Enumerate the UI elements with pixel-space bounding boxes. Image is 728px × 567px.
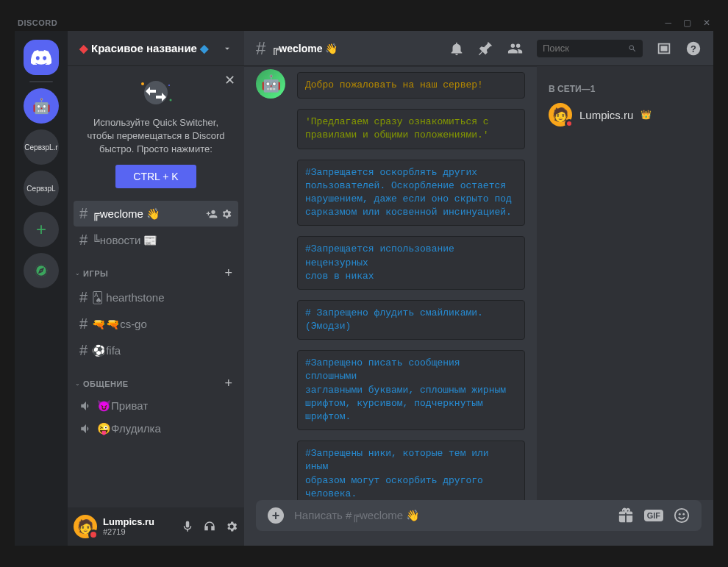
sidebar: ◆ Красивое название ◆ ✕ Используйте Quic…	[68, 31, 244, 546]
avatar: 🧑	[549, 103, 572, 126]
server-title: ◆ Красивое название ◆	[79, 42, 222, 55]
code-block: #Запрещается оскорблять других пользоват…	[297, 160, 525, 227]
svg-point-2	[141, 82, 144, 85]
header-toolbar: ?	[449, 40, 702, 57]
minimize-button[interactable]: ─	[665, 18, 671, 28]
emoji-icon[interactable]	[674, 507, 690, 524]
channel-label: 😜Флудилка	[97, 422, 232, 435]
deafen-button[interactable]	[203, 520, 216, 533]
main: # ╔weclome 👋 ? 🤖Добро пожаловать на	[244, 31, 713, 546]
gear-icon[interactable]	[221, 208, 232, 220]
inbox-icon[interactable]	[656, 40, 672, 57]
quick-switcher-text: Используйте Quick Switcher, чтобы переме…	[79, 116, 232, 156]
server-robot[interactable]: 🤖	[24, 88, 59, 124]
channel-actions	[206, 208, 232, 220]
voice-private[interactable]: 😈Приват	[74, 395, 238, 417]
close-icon[interactable]: ✕	[224, 72, 235, 88]
channel-hearthstone[interactable]: # 🂡 hearthstone	[74, 285, 238, 310]
chat-title: # ╔weclome 👋	[256, 38, 443, 59]
gift-icon[interactable]	[618, 507, 634, 524]
hash-icon: #	[79, 205, 88, 222]
help-icon[interactable]: ?	[685, 40, 702, 57]
app-brand: DISCORD	[18, 18, 57, 27]
channel-news[interactable]: # ╚новости 📰	[74, 227, 238, 253]
server-abbrev-2[interactable]: СервзрL	[24, 171, 59, 206]
add-channel-button[interactable]: +	[224, 376, 232, 391]
message: #Запрещается оскорблять других пользоват…	[297, 160, 525, 227]
svg-point-10	[682, 513, 685, 516]
add-server-button[interactable]: +	[24, 212, 59, 247]
channel-label: 🂡 hearthstone	[92, 291, 232, 304]
bell-icon[interactable]	[449, 40, 465, 57]
channel-csgo[interactable]: # 🔫🔫cs-go	[74, 311, 238, 337]
chevron-down-icon: ⌄	[75, 270, 80, 277]
category-games[interactable]: ⌄ ИГРЫ +	[74, 254, 238, 284]
channel-fifa[interactable]: # ⚽fifa	[74, 338, 238, 363]
hash-icon: #	[79, 232, 88, 249]
code-block: # Запрещено флудить смайликами.(Эмодзи)	[297, 300, 525, 340]
svg-rect-5	[660, 46, 667, 51]
category-chat[interactable]: ⌄ ОБЩЕНИЕ +	[74, 364, 238, 394]
close-button[interactable]: ✕	[703, 18, 710, 28]
message: #Запрещено писать сообщения сплошными за…	[297, 350, 525, 430]
user-panel: 🧑 Lumpics.ru #2719	[68, 507, 244, 546]
compass-icon	[34, 263, 49, 278]
discord-icon	[31, 50, 51, 65]
pin-icon[interactable]	[478, 40, 494, 57]
compose-area: + Написать #╔weclome 👋 GIF	[244, 500, 713, 546]
compose-icons: GIF	[618, 507, 690, 524]
compose-box[interactable]: + Написать #╔weclome 👋 GIF	[256, 500, 702, 531]
user-tag: #2719	[103, 527, 175, 537]
code-block: #Запрещены ники, которые тем или иным об…	[297, 441, 525, 500]
server-abbrev-1[interactable]: СервзрL.r	[24, 129, 59, 165]
attach-button[interactable]: +	[268, 507, 284, 524]
hash-icon: #	[79, 342, 88, 359]
maximize-button[interactable]: ▢	[683, 18, 691, 28]
voice-flood[interactable]: 😜Флудилка	[74, 418, 238, 440]
code-block: Добро пожаловать на наш сервер!	[297, 72, 525, 99]
channel-label: 🔫🔫cs-go	[92, 318, 232, 331]
member-item[interactable]: 🧑 Lumpics.ru 👑	[543, 100, 707, 129]
compose-placeholder[interactable]: Написать #╔weclome 👋	[294, 509, 607, 522]
speaker-icon	[79, 399, 93, 413]
chat-header: # ╔weclome 👋 ?	[244, 31, 713, 66]
server-header[interactable]: ◆ Красивое название ◆	[68, 31, 244, 66]
search-input[interactable]	[543, 43, 624, 54]
quick-switcher-panel: ✕ Используйте Quick Switcher, чтобы пере…	[68, 66, 244, 200]
hash-icon: #	[256, 38, 265, 59]
swap-icon	[79, 78, 232, 107]
category-label: ОБЩЕНИЕ	[83, 379, 224, 388]
members-icon[interactable]	[507, 40, 524, 57]
code-block: 'Предлагаем сразу ознакомиться с правила…	[297, 109, 525, 149]
channel-label: ╚новости 📰	[92, 234, 232, 247]
code-block: #Запрещено писать сообщения сплошными за…	[297, 350, 525, 430]
server-title-text: Красивое название	[91, 42, 197, 54]
message: 🤖Добро пожаловать на наш сервер!	[297, 72, 525, 99]
add-channel-button[interactable]: +	[224, 265, 232, 281]
svg-point-9	[679, 513, 681, 516]
mute-button[interactable]	[181, 520, 194, 533]
crown-icon: 👑	[640, 110, 652, 120]
channel-label: ╔weclome 👋	[92, 207, 201, 221]
search-box[interactable]	[537, 40, 643, 57]
svg-point-3	[170, 99, 172, 101]
hash-icon: #	[79, 315, 88, 332]
quick-switcher-button[interactable]: CTRL + K	[115, 165, 196, 188]
chevron-down-icon	[222, 43, 232, 54]
code-block: #Запрещается использование нецензурных с…	[297, 236, 525, 290]
settings-button[interactable]	[225, 520, 238, 533]
avatar[interactable]: 🤖	[256, 69, 285, 99]
hash-icon: #	[79, 289, 88, 306]
speaker-icon	[79, 422, 93, 435]
channel-welcome[interactable]: # ╔weclome 👋	[74, 201, 238, 227]
explore-button[interactable]	[24, 253, 59, 288]
channel-label: ⚽fifa	[92, 344, 232, 357]
titlebar: DISCORD ─ ▢ ✕	[15, 15, 713, 31]
user-info[interactable]: Lumpics.ru #2719	[103, 516, 175, 538]
home-button[interactable]	[24, 40, 59, 75]
chat-body: 🤖Добро пожаловать на наш сервер!'Предлаг…	[244, 66, 713, 500]
avatar[interactable]: 🧑	[74, 515, 97, 538]
add-user-icon[interactable]	[206, 208, 218, 220]
svg-point-4	[168, 85, 170, 86]
gif-button[interactable]: GIF	[644, 510, 663, 521]
